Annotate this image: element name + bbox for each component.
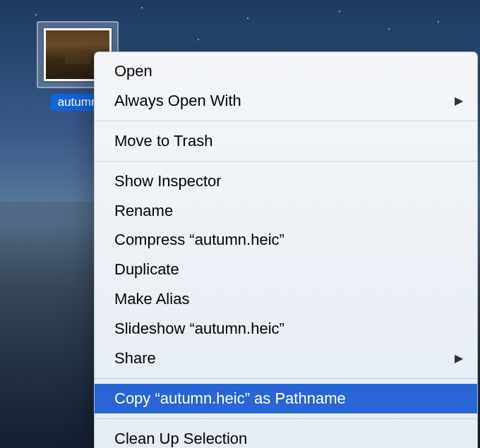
menu-separator [95,161,477,162]
menu-separator [95,378,477,379]
menu-item-label: Rename [114,200,173,222]
menu-item-label: Slideshow “autumn.heic” [114,317,284,340]
menu-item-label: Compress “autumn.heic” [114,229,284,251]
menu-item-label: Clean Up Selection [114,428,247,448]
menu-item[interactable]: Clean Up Selection [95,424,477,448]
menu-item-label: Duplicate [114,258,179,281]
context-menu: OpenAlways Open With▶Move to TrashShow I… [94,52,478,448]
menu-item[interactable]: Copy “autumn.heic” as Pathname [95,384,477,413]
menu-item[interactable]: Rename [95,196,477,226]
menu-item[interactable]: Compress “autumn.heic” [95,225,477,255]
menu-item[interactable]: Always Open With▶ [95,86,477,116]
menu-item[interactable]: Share▶ [95,344,477,373]
menu-item-label: Make Alias [114,288,189,310]
menu-item[interactable]: Move to Trash [95,126,477,156]
menu-item-label: Share [114,347,156,370]
menu-item[interactable]: Open [95,56,477,86]
menu-separator [95,418,477,419]
menu-item[interactable]: Make Alias [95,284,477,314]
menu-item-label: Show Inspector [114,170,222,193]
menu-item-label: Always Open With [114,90,241,112]
menu-item-label: Move to Trash [114,130,212,152]
menu-item[interactable]: Slideshow “autumn.heic” [95,314,477,344]
menu-item[interactable]: Duplicate [95,255,477,284]
submenu-arrow-icon: ▶ [455,92,463,109]
submenu-arrow-icon: ▶ [455,350,463,366]
menu-item-label: Open [114,60,152,83]
menu-separator [95,121,477,121]
menu-item[interactable]: Show Inspector [95,167,477,196]
menu-item-label: Copy “autumn.heic” as Pathname [114,387,346,410]
